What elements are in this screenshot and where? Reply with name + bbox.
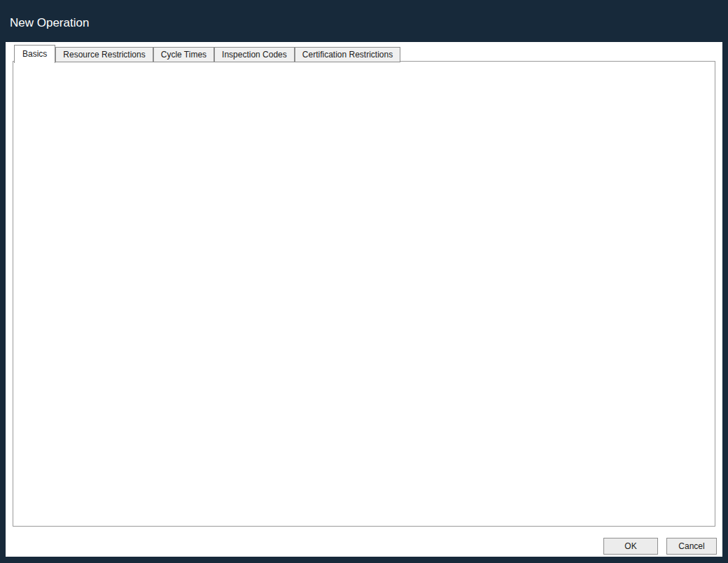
new-operation-dialog: New Operation Basics Resource Restrictio… [0, 0, 728, 563]
tab-basics[interactable]: Basics [14, 45, 55, 63]
tab-certification-restrictions[interactable]: Certification Restrictions [295, 47, 400, 62]
dialog-content: Basics Resource Restrictions Cycle Times… [6, 42, 722, 557]
cancel-button[interactable]: Cancel [666, 538, 717, 555]
tab-resource-restrictions[interactable]: Resource Restrictions [55, 47, 153, 62]
tab-strip: Basics Resource Restrictions Cycle Times… [14, 45, 400, 63]
ok-button[interactable]: OK [603, 538, 658, 555]
tab-inspection-codes[interactable]: Inspection Codes [214, 47, 295, 62]
basics-tab-page [13, 61, 715, 527]
window-title: New Operation [0, 16, 89, 30]
title-bar: New Operation [0, 0, 728, 42]
tab-cycle-times[interactable]: Cycle Times [153, 47, 214, 62]
